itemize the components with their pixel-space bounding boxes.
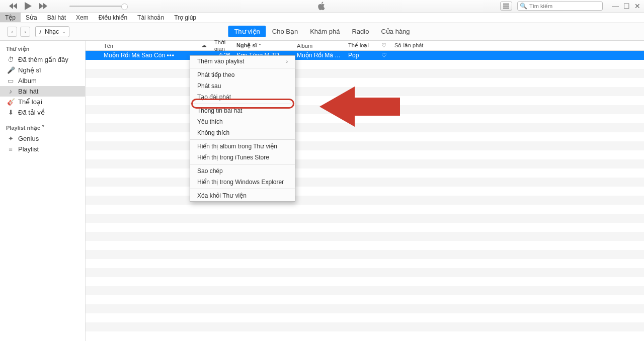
list-view-button[interactable]	[500, 2, 512, 11]
empty-row	[86, 268, 644, 277]
tab-for-you[interactable]: Cho Bạn	[266, 26, 304, 37]
menu-view[interactable]: Xem	[71, 13, 94, 22]
back-button[interactable]: ‹	[7, 27, 17, 37]
menu-file[interactable]: Tệp	[0, 13, 21, 22]
ctx-delete-from-library[interactable]: Xóa khỏi Thư viện	[190, 190, 295, 201]
tab-store[interactable]: Cửa hàng	[375, 26, 416, 37]
chevron-down-icon[interactable]: ˅	[40, 125, 45, 131]
empty-row	[86, 322, 644, 331]
column-time[interactable]: Thời gian	[211, 41, 233, 50]
song-row-selected[interactable]: Muộn Rồi Mà Sao Còn ••• 4:36 Sơn Tùng M-…	[86, 51, 644, 60]
song-rows: Muộn Rồi Mà Sao Còn ••• 4:36 Sơn Tùng M-…	[86, 51, 644, 340]
sidebar-item-genius[interactable]: ✦Genius	[0, 133, 85, 144]
menu-account[interactable]: Tài khoản	[132, 13, 169, 22]
menu-bar: Tệp Sửa Bài hát Xem Điều khiển Tài khoản…	[0, 13, 644, 23]
empty-row	[86, 114, 644, 123]
sidebar-header-playlists: Playlist nhạc ˅	[0, 123, 85, 133]
minimize-button[interactable]: —	[612, 2, 619, 10]
nav-arrows: ‹ ›	[0, 27, 30, 37]
album-icon: ▭	[7, 77, 14, 84]
ctx-love[interactable]: Yêu thích	[190, 116, 295, 127]
media-type-select[interactable]: ♪ Nhạc ⌄	[35, 26, 69, 37]
empty-row	[86, 168, 644, 178]
empty-row	[86, 214, 644, 223]
titlebar-right-controls: 🔍 — ☐ ✕	[500, 2, 641, 11]
previous-button[interactable]	[9, 2, 17, 10]
empty-row	[86, 295, 644, 304]
sidebar-item-label: Album	[18, 77, 37, 84]
empty-row	[86, 304, 644, 313]
clock-icon: ⏱	[7, 56, 14, 63]
column-checkbox[interactable]	[86, 41, 101, 50]
download-icon: ⬇	[7, 109, 14, 116]
empty-row	[86, 123, 644, 132]
column-album[interactable]: Album	[294, 41, 345, 50]
more-dots-icon[interactable]: •••	[167, 52, 175, 59]
column-plays[interactable]: Số lần phát	[391, 41, 432, 50]
close-button[interactable]: ✕	[634, 2, 641, 10]
ctx-dislike[interactable]: Không thích	[190, 127, 295, 138]
menu-song[interactable]: Bài hát	[42, 13, 71, 22]
column-genre[interactable]: Thể loại	[345, 41, 376, 50]
menu-help[interactable]: Trợ giúp	[169, 13, 201, 22]
sidebar-item-playlist[interactable]: ≡Playlist	[0, 144, 85, 154]
search-input[interactable]	[529, 3, 600, 9]
play-button[interactable]	[24, 2, 32, 10]
ctx-play-next[interactable]: Phát tiếp theo	[190, 69, 295, 80]
ctx-copy[interactable]: Sao chép	[190, 165, 295, 177]
empty-row	[86, 331, 644, 340]
menu-edit[interactable]: Sửa	[21, 13, 42, 22]
forward-button[interactable]: ›	[20, 27, 30, 37]
sidebar: Thư viện ⏱Đã thêm gần đây 🎤Nghệ sĩ ▭Albu…	[0, 41, 86, 341]
tab-browse[interactable]: Khám phá	[304, 26, 346, 37]
empty-row	[86, 87, 644, 96]
empty-row	[86, 250, 644, 259]
sidebar-item-albums[interactable]: ▭Album	[0, 75, 85, 86]
ctx-show-in-store[interactable]: Hiển thị trong iTunes Store	[190, 152, 295, 163]
sidebar-item-label: Nghệ sĩ	[18, 66, 41, 74]
empty-row	[86, 132, 644, 141]
column-love[interactable]: ♡	[376, 41, 391, 50]
ctx-create-station[interactable]: Tạo đài phát	[190, 92, 295, 103]
empty-row	[86, 232, 644, 241]
sidebar-item-genres[interactable]: 🎸Thể loại	[0, 97, 85, 107]
tab-radio[interactable]: Radio	[346, 26, 375, 37]
search-box[interactable]: 🔍	[517, 2, 603, 11]
ctx-song-info[interactable]: Thông tin bài hát	[190, 105, 295, 116]
empty-row	[86, 78, 644, 87]
empty-row	[86, 96, 644, 105]
sidebar-item-songs[interactable]: ♪Bài hát	[0, 86, 85, 97]
playlist-icon: ≡	[7, 145, 14, 153]
maximize-button[interactable]: ☐	[623, 2, 630, 10]
sidebar-item-label: Genius	[18, 135, 39, 142]
menu-controls[interactable]: Điều khiển	[94, 13, 132, 22]
empty-row	[86, 141, 644, 150]
main-area: Thư viện ⏱Đã thêm gần đây 🎤Nghệ sĩ ▭Albu…	[0, 41, 644, 341]
sidebar-item-recently-added[interactable]: ⏱Đã thêm gần đây	[0, 54, 85, 65]
empty-row	[86, 277, 644, 286]
sidebar-item-label: Đã thêm gần đây	[18, 56, 68, 63]
note-icon: ♪	[7, 88, 14, 95]
empty-row	[86, 313, 644, 322]
tab-library[interactable]: Thư viện	[228, 26, 266, 37]
ctx-play-later[interactable]: Phát sau	[190, 80, 295, 92]
column-cloud[interactable]: ☁	[196, 41, 211, 50]
row-heart-cell[interactable]: ♡	[376, 52, 391, 59]
ctx-add-to-playlist[interactable]: Thêm vào playlist›	[190, 56, 295, 67]
sort-indicator-icon: ˆ	[259, 43, 261, 48]
empty-row	[86, 187, 644, 196]
next-button[interactable]	[39, 2, 47, 10]
ctx-show-in-library[interactable]: Hiển thị album trong Thư viện	[190, 141, 295, 152]
search-icon: 🔍	[520, 3, 527, 10]
row-album-cell: Muộn Rồi Mà Sao C…	[294, 52, 345, 59]
column-name[interactable]: Tên	[101, 41, 196, 50]
sidebar-item-downloaded[interactable]: ⬇Đã tải về	[0, 107, 85, 118]
row-name-cell: Muộn Rồi Mà Sao Còn •••	[101, 52, 196, 59]
empty-row	[86, 60, 644, 69]
sidebar-item-artists[interactable]: 🎤Nghệ sĩ	[0, 65, 85, 75]
empty-row	[86, 196, 644, 205]
empty-row	[86, 241, 644, 250]
column-artist[interactable]: Nghệ sĩˆ	[233, 41, 294, 50]
ctx-show-in-explorer[interactable]: Hiển thị trong Windows Explorer	[190, 177, 295, 188]
volume-slider[interactable]	[69, 6, 125, 7]
